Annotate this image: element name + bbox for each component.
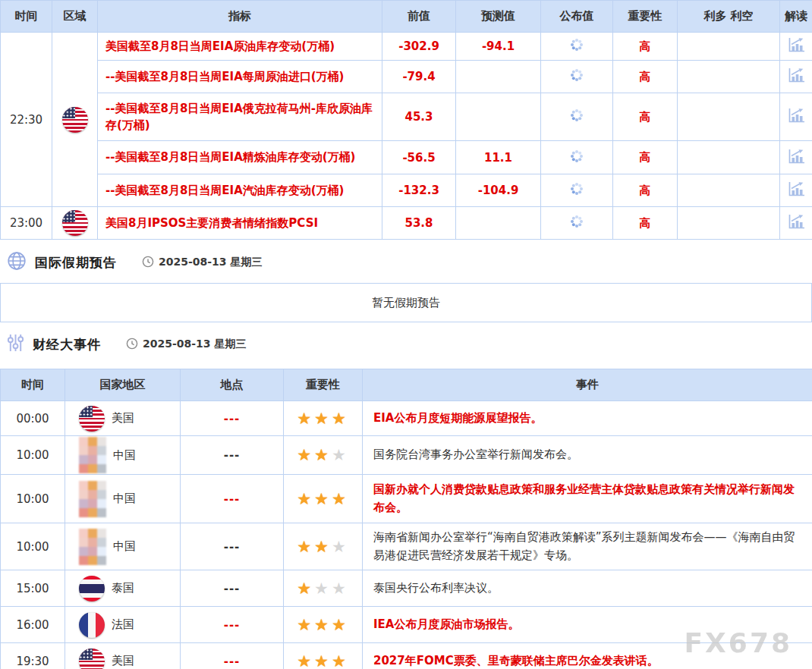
loading-spinner-icon xyxy=(575,155,578,158)
importance-stars: ★★★ xyxy=(284,607,363,643)
star-icon: ★ xyxy=(332,410,349,428)
indicator-name[interactable]: --美国截至8月8日当周EIA精炼油库存变动(万桶) xyxy=(98,141,382,174)
indicator-table-header: 时间区域指标前值预测值公布值重要性利多 利空解读 xyxy=(1,1,812,33)
importance-stars: ★★★ xyxy=(284,570,363,607)
importance-label: 高 xyxy=(613,61,678,93)
star-icon: ★ xyxy=(297,446,314,464)
bias-cell xyxy=(678,61,780,93)
star-icon: ★ xyxy=(314,410,332,428)
event-row: 00:00美国---★★★EIA公布月度短期能源展望报告。 xyxy=(1,401,812,436)
importance-stars: ★★★ xyxy=(284,401,363,436)
star-icon: ★ xyxy=(314,616,332,634)
star-icon: ★ xyxy=(297,538,314,556)
country-cell: 泰国 xyxy=(65,570,181,607)
published-value xyxy=(541,93,613,141)
fr-flag-icon xyxy=(79,612,105,638)
globe-icon xyxy=(7,251,27,274)
published-value xyxy=(541,207,613,240)
star-icon: ★ xyxy=(332,490,349,508)
interpret-cell xyxy=(780,141,812,174)
interpret-chart-icon[interactable] xyxy=(787,148,805,168)
star-icon: ★ xyxy=(332,616,349,634)
forecast-value xyxy=(456,61,541,93)
location-cell: --- xyxy=(181,475,284,523)
event-row: 16:00法国---★★★IEA公布月度原油市场报告。 xyxy=(1,607,812,643)
event-time: 19:30 xyxy=(1,643,65,669)
previous-value: -79.4 xyxy=(382,61,456,93)
importance-stars: ★★★ xyxy=(284,523,363,570)
interpret-chart-icon[interactable] xyxy=(787,107,805,127)
th-flag-icon xyxy=(79,576,105,601)
indicator-name[interactable]: 美国截至8月8日当周EIA原油库存变动(万桶) xyxy=(98,33,382,61)
event-row: 10:00中国---★★★国务院台湾事务办公室举行新闻发布会。 xyxy=(1,436,812,475)
star-icon: ★ xyxy=(314,490,332,508)
event-time: 10:00 xyxy=(1,436,65,475)
events-col-header-1: 国家地区 xyxy=(65,369,181,401)
event-text[interactable]: 国新办就个人消费贷款贴息政策和服务业经营主体贷款贴息政策有关情况举行新闻发布会。 xyxy=(363,475,812,523)
time-cell: 22:30 xyxy=(1,33,52,207)
bias-cell xyxy=(678,207,780,240)
star-icon: ★ xyxy=(297,410,314,428)
importance-stars: ★★★ xyxy=(284,436,363,475)
events-section-header: 财经大事件 2025-08-13 星期三 xyxy=(0,331,812,357)
country-cell: 美国 xyxy=(65,401,181,436)
event-text[interactable]: EIA公布月度短期能源展望报告。 xyxy=(363,401,812,436)
event-time: 15:00 xyxy=(1,570,65,607)
country-cell: 中国 xyxy=(65,436,181,475)
loading-spinner-icon xyxy=(575,114,578,117)
indicator-name[interactable]: --美国截至8月8日当周EIA俄克拉荷马州-库欣原油库存(万桶) xyxy=(98,93,382,141)
interpret-cell xyxy=(780,207,812,240)
interpret-cell xyxy=(780,174,812,207)
indicator-row: 22:30美国截至8月8日当周EIA原油库存变动(万桶)-302.9-94.1高 xyxy=(1,33,812,61)
country-name: 美国 xyxy=(112,654,134,668)
indicator-col-header-3: 前值 xyxy=(382,1,456,33)
indicator-row: 23:00美国8月IPSOS主要消费者情绪指数PCSI53.8高 xyxy=(1,207,812,240)
bias-cell xyxy=(678,33,780,61)
holiday-section-date: 2025-08-13 星期三 xyxy=(142,256,262,270)
importance-stars: ★★★ xyxy=(284,643,363,669)
published-value xyxy=(541,174,613,207)
event-text[interactable]: 2027年FOMC票委、里奇蒙联储主席巴尔金发表讲话。 xyxy=(363,643,812,669)
importance-label: 高 xyxy=(613,207,678,240)
interpret-chart-icon[interactable] xyxy=(787,213,805,233)
star-icon: ★ xyxy=(314,652,332,669)
us-flag-icon xyxy=(62,210,88,236)
indicator-name[interactable]: --美国截至8月8日当周EIA汽油库存变动(万桶) xyxy=(98,174,382,207)
loading-spinner-icon xyxy=(575,220,578,223)
published-value xyxy=(541,33,613,61)
location-cell: --- xyxy=(181,436,284,475)
cn-flag-pixelated-icon xyxy=(79,481,106,517)
star-icon: ★ xyxy=(314,446,332,464)
clock-icon xyxy=(142,256,154,270)
star-icon: ★ xyxy=(332,446,349,464)
indicator-col-header-8: 解读 xyxy=(780,1,812,33)
events-col-header-3: 重要性 xyxy=(284,369,363,401)
event-time: 16:00 xyxy=(1,607,65,643)
indicator-row: --美国截至8月8日当周EIA精炼油库存变动(万桶)-56.511.1高 xyxy=(1,141,812,174)
interpret-cell xyxy=(780,61,812,93)
indicator-col-header-1: 区域 xyxy=(52,1,98,33)
indicator-col-header-5: 公布值 xyxy=(541,1,613,33)
event-time: 10:00 xyxy=(1,475,65,523)
holiday-section-header: 国际假期预告 2025-08-13 星期三 xyxy=(0,250,812,275)
event-text[interactable]: IEA公布月度原油市场报告。 xyxy=(363,607,812,643)
interpret-chart-icon[interactable] xyxy=(787,181,805,200)
importance-stars: ★★★ xyxy=(284,475,363,523)
event-text: 海南省新闻办公室举行“海南自贸港政策解读”系列主题新闻发布会——《海南自由贸易港… xyxy=(363,523,812,570)
star-icon: ★ xyxy=(297,652,314,669)
interpret-chart-icon[interactable] xyxy=(787,67,805,86)
loading-spinner-icon xyxy=(575,74,578,77)
forecast-value: -94.1 xyxy=(456,33,541,61)
event-row: 10:00中国---★★★海南省新闻办公室举行“海南自贸港政策解读”系列主题新闻… xyxy=(1,523,812,570)
indicator-name[interactable]: 美国8月IPSOS主要消费者情绪指数PCSI xyxy=(98,207,382,240)
cn-flag-pixelated-icon xyxy=(79,437,106,473)
bias-cell xyxy=(678,141,780,174)
holiday-section-title: 国际假期预告 xyxy=(35,254,117,272)
location-cell: --- xyxy=(181,401,284,436)
clock-icon xyxy=(126,338,138,352)
location-cell: --- xyxy=(181,643,284,669)
interpret-chart-icon[interactable] xyxy=(787,36,805,56)
country-name: 中国 xyxy=(113,492,136,506)
loading-spinner-icon xyxy=(575,187,578,190)
indicator-name[interactable]: --美国截至8月8日当周EIA每周原油进口(万桶) xyxy=(98,61,382,93)
